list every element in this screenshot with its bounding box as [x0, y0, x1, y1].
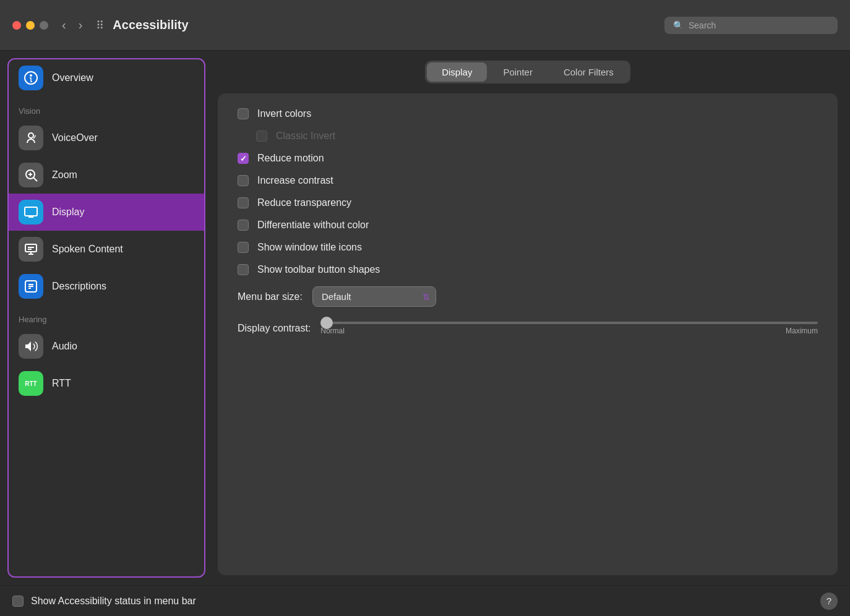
rtt-label: RTT [52, 378, 71, 389]
slider-normal-label: Normal [320, 327, 345, 335]
sidebar-item-voiceover[interactable]: VoiceOver [9, 119, 204, 156]
svg-text:RTT: RTT [25, 380, 36, 387]
tab-pointer[interactable]: Pointer [488, 62, 547, 82]
search-box: 🔍 [664, 17, 838, 34]
sidebar-item-zoom[interactable]: Zoom [9, 156, 204, 194]
slider-max-label: Maximum [786, 327, 818, 335]
svg-point-1 [30, 74, 32, 77]
hearing-section-header: Hearing [9, 305, 204, 328]
svg-point-2 [28, 133, 33, 138]
audio-label: Audio [52, 341, 77, 352]
spoken-content-icon [19, 237, 43, 262]
descriptions-label: Descriptions [52, 281, 106, 292]
titlebar: ‹ › ⠿ Accessibility 🔍 [0, 0, 850, 51]
rtt-icon: RTT [19, 371, 43, 396]
reduce-transparency-row: Reduce transparency [238, 197, 818, 208]
tab-display[interactable]: Display [427, 62, 487, 82]
display-contrast-slider[interactable] [320, 322, 818, 324]
show-window-icons-label: Show window title icons [257, 242, 362, 253]
sidebar-item-spoken-content[interactable]: Spoken Content [9, 231, 204, 268]
vision-section-header: Vision [9, 96, 204, 119]
minimize-button[interactable] [26, 21, 35, 30]
reduce-motion-checkbox[interactable] [238, 153, 249, 164]
show-toolbar-label: Show toolbar button shapes [257, 264, 380, 275]
nav-arrows: ‹ › [58, 15, 86, 35]
menu-bar-size-select[interactable]: Default Large [312, 286, 436, 307]
voiceover-label: VoiceOver [52, 132, 98, 143]
sidebar-item-descriptions[interactable]: Descriptions [9, 268, 204, 305]
forward-button[interactable]: › [75, 15, 87, 35]
maximize-button[interactable] [40, 21, 48, 30]
content-area: Display Pointer Color Filters Invert col… [205, 51, 850, 585]
close-button[interactable] [12, 21, 21, 30]
show-window-icons-checkbox[interactable] [238, 242, 249, 253]
differentiate-label: Differentiate without color [257, 220, 369, 231]
sidebar-item-rtt[interactable]: RTT RTT [9, 365, 204, 402]
grid-icon[interactable]: ⠿ [96, 19, 104, 32]
traffic-lights [12, 21, 48, 30]
reduce-motion-row: Reduce motion [238, 153, 818, 164]
display-icon [19, 200, 43, 225]
show-status-row: Show Accessibility status in menu bar [12, 596, 196, 607]
back-button[interactable]: ‹ [58, 15, 70, 35]
sidebar: Overview Vision VoiceOver [7, 58, 205, 578]
classic-invert-label: Classic Invert [276, 130, 335, 142]
increase-contrast-row: Increase contrast [238, 175, 818, 186]
show-status-checkbox[interactable] [12, 596, 24, 607]
differentiate-row: Differentiate without color [238, 220, 818, 231]
menu-bar-size-row: Menu bar size: Default Large ⇅ [238, 286, 818, 307]
audio-icon [19, 334, 43, 359]
tabs: Display Pointer Color Filters [425, 61, 630, 83]
increase-contrast-checkbox[interactable] [238, 175, 249, 186]
sidebar-item-display[interactable]: Display [9, 194, 204, 231]
slider-labels: Normal Maximum [320, 327, 818, 335]
invert-colors-label: Invert colors [257, 108, 311, 119]
show-toolbar-checkbox[interactable] [238, 264, 249, 275]
main-layout: Overview Vision VoiceOver [0, 51, 850, 585]
spoken-content-label: Spoken Content [52, 244, 123, 255]
classic-invert-row: Classic Invert [238, 130, 818, 142]
overview-icon [19, 66, 43, 90]
menu-bar-size-label: Menu bar size: [238, 291, 303, 302]
menu-bar-select-wrapper: Default Large ⇅ [312, 286, 436, 307]
svg-rect-7 [25, 207, 37, 216]
settings-panel: Invert colors Classic Invert Reduce moti… [218, 93, 838, 575]
zoom-label: Zoom [52, 169, 77, 181]
slider-container: Normal Maximum [320, 322, 818, 335]
reduce-motion-label: Reduce motion [257, 153, 324, 164]
invert-colors-row: Invert colors [238, 108, 818, 119]
differentiate-checkbox[interactable] [238, 220, 249, 231]
show-status-label: Show Accessibility status in menu bar [31, 596, 196, 607]
show-window-icons-row: Show window title icons [238, 242, 818, 253]
display-contrast-label: Display contrast: [238, 323, 311, 334]
display-contrast-row: Display contrast: Normal Maximum [238, 322, 818, 335]
sidebar-item-overview[interactable]: Overview [9, 59, 204, 96]
classic-invert-checkbox[interactable] [256, 130, 267, 142]
bottom-bar: Show Accessibility status in menu bar ? [0, 585, 850, 616]
reduce-transparency-checkbox[interactable] [238, 197, 249, 208]
tab-color-filters[interactable]: Color Filters [549, 62, 629, 82]
descriptions-icon [19, 274, 43, 299]
help-button[interactable]: ? [820, 592, 838, 610]
display-label: Display [52, 207, 84, 218]
invert-colors-checkbox[interactable] [238, 108, 249, 119]
page-title: Accessibility [113, 18, 664, 32]
search-input[interactable] [689, 20, 829, 30]
voiceover-icon [19, 126, 43, 150]
show-toolbar-row: Show toolbar button shapes [238, 264, 818, 275]
search-icon: 🔍 [673, 20, 684, 30]
tabs-container: Display Pointer Color Filters [218, 61, 838, 83]
increase-contrast-label: Increase contrast [257, 175, 333, 186]
overview-label: Overview [52, 72, 93, 83]
zoom-icon [19, 163, 43, 187]
reduce-transparency-label: Reduce transparency [257, 197, 351, 208]
sidebar-item-audio[interactable]: Audio [9, 328, 204, 365]
svg-line-4 [33, 178, 37, 181]
